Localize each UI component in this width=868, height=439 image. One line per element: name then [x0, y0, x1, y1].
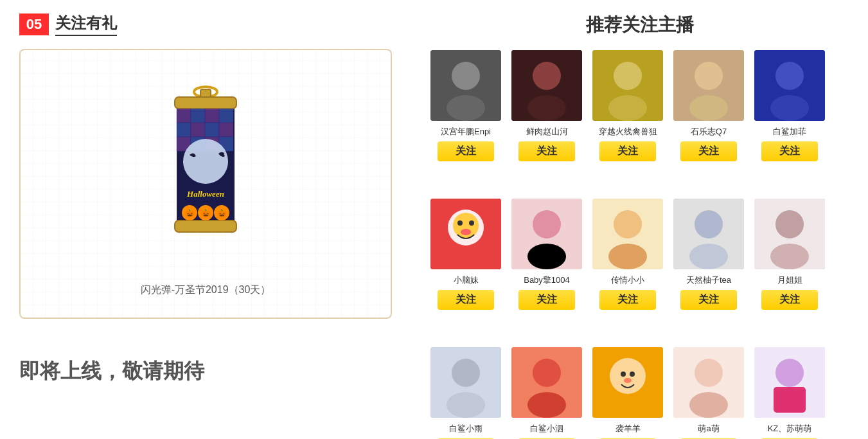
streamer-card: 鲜肉赵山河 关注: [511, 50, 582, 161]
right-panel: 推荐关注主播 汉宫年鹏Enpi 关注 鲜肉赵山河 关注: [411, 0, 868, 439]
svg-text:🎃: 🎃: [201, 208, 211, 218]
streamer-card: Baby擎1004 关注: [511, 199, 582, 310]
coming-soon-text: 即将上线，敬请期待: [19, 357, 392, 386]
streamer-row-3: 白鲨小雨 关注 白鲨小泗 关注 袭羊羊 关注: [430, 347, 849, 439]
item-name: 闪光弹-万圣节2019（30天）: [141, 283, 271, 297]
streamer-name: 鲜肉赵山河: [526, 126, 568, 138]
svg-point-45: [461, 229, 471, 235]
section-number: 05: [19, 13, 49, 35]
streamer-card: 白鲨小雨 关注: [430, 347, 501, 439]
streamer-name: 石乐志Q7: [691, 126, 727, 138]
svg-point-63: [527, 392, 566, 418]
streamer-card: 传情小小 关注: [592, 199, 663, 310]
svg-point-51: [608, 244, 647, 269]
svg-rect-7: [205, 109, 219, 123]
svg-point-38: [775, 62, 804, 90]
follow-button[interactable]: 关注: [761, 141, 818, 161]
svg-point-32: [614, 62, 642, 90]
streamer-name: 月姐姐: [777, 274, 802, 286]
avatar: [511, 199, 582, 269]
streamer-card: 萌a萌 关注: [673, 347, 744, 439]
streamer-card: 白鲨小泗 关注: [511, 347, 582, 439]
svg-point-70: [695, 359, 723, 387]
streamer-name: 白鲨小雨: [449, 423, 483, 435]
streamers-section: 汉宫年鹏Enpi 关注 鲜肉赵山河 关注 穿越火线禽兽狙 关注: [430, 50, 849, 439]
svg-point-65: [610, 358, 646, 394]
avatar: [430, 50, 501, 121]
svg-rect-1: [200, 89, 211, 97]
svg-text:🎃: 🎃: [185, 208, 195, 218]
svg-point-27: [447, 95, 485, 121]
follow-button[interactable]: 关注: [680, 141, 737, 161]
svg-point-43: [457, 220, 463, 226]
item-card: Halloween 🎃 🎃 🎃 闪光弹-万圣节2019（30天）: [19, 49, 392, 319]
svg-rect-8: [219, 109, 233, 123]
streamer-card: KZ、苏萌萌 关注: [754, 347, 825, 439]
streamer-name: 传情小小: [611, 274, 644, 286]
svg-point-57: [770, 244, 809, 269]
streamer-card: 袭羊羊 关注: [592, 347, 663, 439]
avatar: [592, 199, 663, 269]
svg-rect-5: [177, 109, 191, 123]
svg-rect-74: [774, 387, 806, 413]
svg-point-47: [533, 210, 561, 238]
svg-point-35: [695, 62, 723, 90]
follow-button[interactable]: 关注: [680, 290, 737, 310]
right-title: 推荐关注主播: [430, 13, 849, 37]
avatar: [511, 50, 582, 121]
avatar: [430, 347, 501, 418]
follow-button[interactable]: 关注: [518, 290, 575, 310]
streamer-row-1: 汉宫年鹏Enpi 关注 鲜肉赵山河 关注 穿越火线禽兽狙 关注: [430, 50, 849, 161]
streamer-card: 天然柚子tea 关注: [673, 199, 744, 310]
svg-point-73: [775, 359, 804, 387]
avatar: [673, 50, 744, 121]
svg-rect-4: [175, 220, 236, 232]
streamer-name: KZ、苏萌萌: [768, 423, 812, 435]
follow-button[interactable]: 关注: [438, 290, 494, 310]
svg-rect-9: [177, 123, 191, 137]
svg-rect-6: [191, 109, 205, 123]
svg-point-36: [689, 95, 728, 121]
follow-button[interactable]: 关注: [438, 141, 494, 161]
avatar: [754, 347, 825, 418]
streamer-name: Baby擎1004: [524, 274, 570, 286]
row-divider: [430, 174, 849, 186]
avatar: [511, 347, 582, 418]
avatar: [592, 347, 663, 418]
svg-text:Halloween: Halloween: [186, 189, 224, 199]
svg-point-62: [533, 359, 561, 387]
streamer-card: 小脑妹 关注: [430, 199, 501, 310]
section-title: 关注有礼: [55, 13, 117, 36]
svg-rect-3: [175, 97, 236, 109]
section-header: 05 关注有礼: [19, 13, 392, 36]
streamer-name: 白鲨加菲: [773, 126, 806, 138]
svg-point-50: [614, 210, 642, 238]
follow-button[interactable]: 关注: [599, 141, 656, 161]
streamer-name: 小脑妹: [454, 274, 479, 286]
streamer-name: 天然柚子tea: [686, 274, 731, 286]
streamer-name: 穿越火线禽兽狙: [599, 126, 657, 138]
svg-point-68: [624, 378, 632, 383]
svg-point-30: [527, 95, 566, 121]
streamer-name: 汉宫年鹏Enpi: [441, 126, 491, 138]
avatar: [592, 50, 663, 121]
svg-point-39: [770, 95, 809, 121]
follow-button[interactable]: 关注: [599, 290, 656, 310]
svg-point-56: [775, 210, 804, 238]
left-panel: 05 关注有礼: [0, 0, 411, 439]
svg-point-66: [621, 372, 626, 377]
svg-point-26: [452, 62, 480, 90]
follow-button[interactable]: 关注: [518, 141, 575, 161]
svg-rect-10: [191, 123, 205, 137]
streamer-card: 穿越火线禽兽狙 关注: [592, 50, 663, 161]
follow-button[interactable]: 关注: [761, 290, 818, 310]
streamer-row-2: 小脑妹 关注 Baby擎1004 关注 传情小小 关注: [430, 199, 849, 310]
svg-point-33: [608, 95, 647, 121]
streamer-name: 袭羊羊: [616, 423, 641, 435]
streamer-card: 汉宫年鹏Enpi 关注: [430, 50, 501, 161]
svg-point-59: [452, 359, 480, 387]
grenade-illustration: Halloween 🎃 🎃 🎃: [154, 78, 257, 258]
streamer-name: 萌a萌: [698, 423, 719, 435]
avatar: [754, 199, 825, 269]
svg-point-71: [689, 392, 728, 418]
